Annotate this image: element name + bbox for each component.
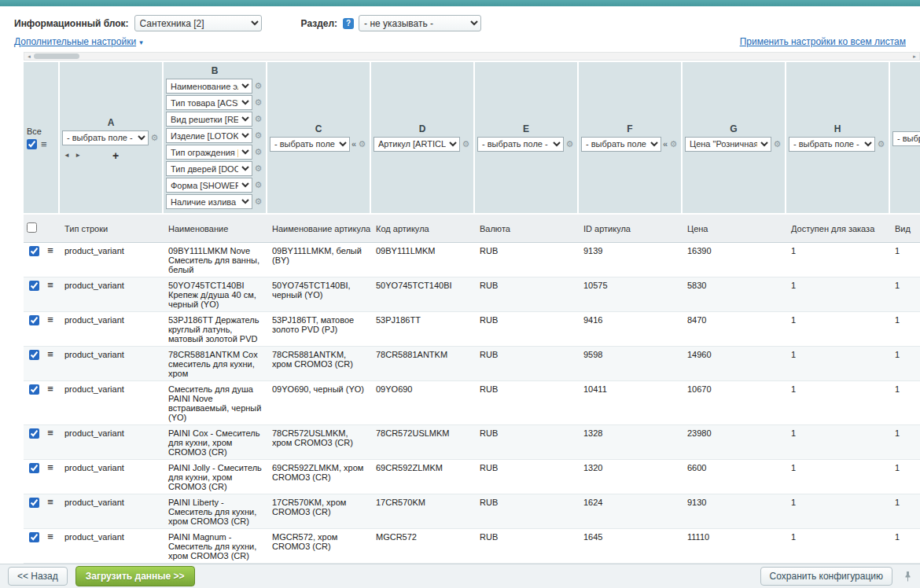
gear-icon[interactable]: ⚙ (253, 180, 263, 190)
gear-icon[interactable]: ⚙ (357, 139, 367, 149)
gear-icon[interactable]: ⚙ (253, 147, 263, 157)
gear-icon[interactable]: ⚙ (668, 139, 679, 149)
row-checkbox[interactable] (29, 315, 39, 325)
gear-icon[interactable]: ⚙ (253, 97, 263, 108)
cell-currency: RUB (475, 425, 579, 460)
drag-handle-icon[interactable]: ≡ (41, 347, 60, 381)
drag-handle-icon[interactable]: ≡ (41, 425, 60, 460)
field-select-a[interactable]: - выбрать поле - (62, 130, 149, 145)
scrollbar-thumb[interactable] (34, 53, 79, 59)
collapse-icon[interactable]: « (663, 139, 668, 149)
cell-currency: RUB (475, 347, 579, 381)
field-select-i[interactable]: - выбрать поле - (892, 131, 920, 146)
drag-handle-icon[interactable]: ≡ (41, 312, 60, 347)
collapse-icon[interactable]: « (351, 139, 356, 149)
field-select-g[interactable]: Цена "Розничная ц (685, 137, 771, 152)
scroll-right-icon[interactable]: ► (910, 54, 919, 59)
field-select-b2[interactable]: Тип товара [ACSE (166, 95, 252, 110)
horizontal-scrollbar-top[interactable]: ◄ ► (24, 52, 920, 61)
drag-handle-icon[interactable]: ≡ (41, 139, 47, 149)
row-checkbox[interactable] (29, 384, 39, 395)
back-button[interactable]: << Назад (8, 567, 68, 586)
cell-name: PAINI Cox - Смеситель для кухни, хром CR… (164, 425, 267, 460)
drag-handle-icon[interactable]: ≡ (41, 277, 60, 312)
cell-article-code: 09BY111LMKM (371, 243, 475, 277)
gear-icon[interactable]: ⚙ (149, 133, 160, 143)
cell-article-code: 50YO745TCT140BI (371, 277, 475, 312)
cell-article-id: 10575 (579, 277, 683, 312)
drag-handle-icon[interactable]: ≡ (41, 460, 60, 494)
section-select[interactable]: - не указывать - (359, 15, 481, 31)
row-checkbox[interactable] (29, 532, 39, 542)
gear-icon[interactable]: ⚙ (253, 197, 263, 207)
field-select-b7[interactable]: Форма [SHOWER_ (166, 178, 252, 193)
gear-icon[interactable]: ⚙ (253, 164, 263, 174)
cell-row-type: product_variant (60, 312, 164, 347)
field-select-b4[interactable]: Изделие [LOTOK_ (166, 128, 252, 143)
cell-name: PAINI Magnum - Смеситель для кухни, хром… (164, 529, 267, 564)
footer-bar: << Назад Загрузить данные >> Сохранить к… (0, 564, 920, 588)
gear-icon[interactable]: ⚙ (253, 130, 263, 141)
mapping-column-c: C - выбрать поле - « ⚙ (267, 62, 371, 213)
cell-row-type: product_variant (60, 277, 164, 312)
top-teal-bar (0, 0, 920, 6)
select-all-checkbox[interactable] (27, 139, 37, 149)
apply-all-sheets-link[interactable]: Применить настройки ко всем листам (740, 36, 906, 47)
cell-visible: 1 (890, 277, 920, 312)
field-select-b8[interactable]: Наличие излива [! (166, 194, 252, 209)
field-select-b1[interactable]: Наименование эле (166, 79, 252, 94)
save-configuration-button[interactable]: Сохранить конфигурацию (760, 567, 892, 586)
field-select-b5[interactable]: Тип ограждения [F (166, 145, 252, 160)
row-checkbox[interactable] (29, 246, 39, 256)
column-letter-f: F (581, 123, 679, 137)
field-select-d[interactable]: Артикул [ARTICLE (374, 137, 460, 152)
gear-icon[interactable]: ⚙ (876, 139, 886, 149)
field-select-h[interactable]: - выбрать поле - (789, 137, 875, 152)
infoblock-select[interactable]: Сантехника [2] (134, 15, 262, 31)
col-header-article-code: Код артикула (371, 215, 475, 243)
cell-visible: 1 (890, 494, 920, 529)
field-select-e[interactable]: - выбрать поле - (477, 137, 564, 152)
cell-row-type: product_variant (60, 347, 164, 381)
add-icon[interactable]: + (112, 152, 119, 160)
drag-handle-icon[interactable]: ≡ (41, 381, 60, 425)
col-header-price: Цена (683, 215, 786, 243)
cell-price: 16390 (683, 243, 786, 277)
row-checkbox[interactable] (29, 428, 39, 439)
drag-handle-icon[interactable]: ≡ (41, 529, 60, 564)
cell-currency: RUB (475, 381, 579, 425)
load-data-button[interactable]: Загрузить данные >> (75, 566, 195, 586)
column-letter-b: B (166, 64, 263, 79)
scroll-left-icon[interactable]: ◄ (24, 54, 34, 59)
cell-article-name: 78CR572USLMKM, хром CROMO3 (CR) (267, 425, 371, 460)
field-select-f[interactable]: - выбрать поле - (581, 137, 661, 152)
help-icon[interactable]: ? (343, 18, 354, 29)
header-select-all-checkbox[interactable] (27, 222, 37, 233)
additional-settings-link[interactable]: Дополнительные настройки▾ (14, 36, 143, 47)
cell-visible: 1 (890, 347, 920, 381)
gear-icon[interactable]: ⚙ (253, 114, 263, 124)
cell-currency: RUB (475, 460, 579, 494)
drag-handle-icon[interactable]: ≡ (41, 243, 60, 277)
field-select-c[interactable]: - выбрать поле - (270, 137, 350, 152)
gear-icon[interactable]: ⚙ (461, 139, 471, 149)
cell-currency: RUB (475, 494, 579, 529)
drag-handle-icon[interactable]: ≡ (41, 494, 60, 529)
field-select-b6[interactable]: Тип дверей [DOOR (166, 161, 252, 176)
row-checkbox[interactable] (29, 281, 39, 291)
row-checkbox[interactable] (29, 350, 39, 360)
col-header-name: Наименование (164, 215, 267, 243)
gear-icon[interactable]: ⚙ (253, 81, 263, 91)
row-checkbox[interactable] (29, 463, 39, 473)
section-label: Раздел: (301, 18, 338, 29)
gear-icon[interactable]: ⚙ (772, 139, 782, 149)
row-checkbox[interactable] (29, 498, 39, 508)
cell-article-name: 69CR592ZLMKM, хром CROMO3 (CR) (267, 460, 371, 494)
mapping-column-e: E - выбрать поле - ⚙ (475, 62, 579, 213)
cell-price: 5830 (683, 277, 786, 312)
field-select-b3[interactable]: Вид решетки [RES (166, 112, 252, 127)
gear-icon[interactable]: ⚙ (565, 139, 575, 149)
sheet-prev-next-icons[interactable]: ◄ ► (64, 152, 83, 159)
pin-icon[interactable] (903, 571, 912, 582)
mapping-column-f: F - выбрать поле - « ⚙ (579, 62, 683, 213)
